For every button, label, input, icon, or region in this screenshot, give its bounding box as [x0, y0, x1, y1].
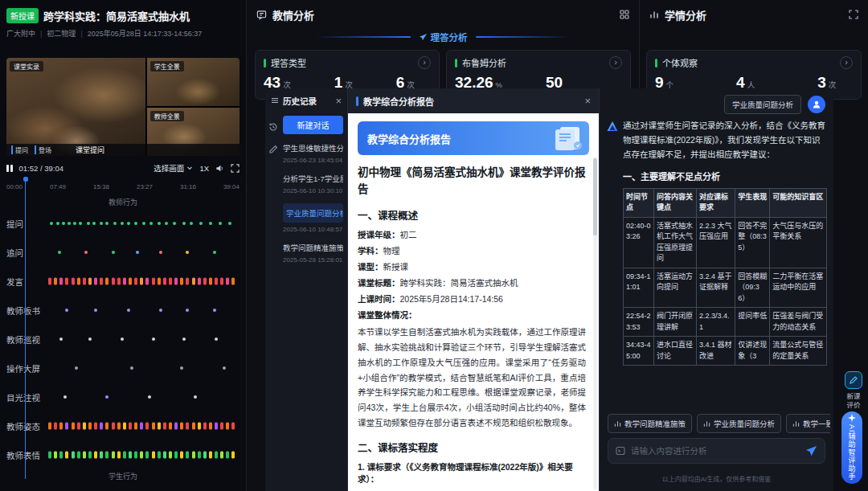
- table-row: 34:43-45:00 进水口直径讨论 3.4.1 器材改进 仅讲述现象（3 流…: [624, 337, 827, 366]
- event-mark[interactable]: 登场: [35, 145, 51, 154]
- history-header: 历史记录 ×: [265, 88, 347, 113]
- document-illustration: [546, 125, 583, 151]
- behavior-track[interactable]: [48, 392, 240, 402]
- report-field: 学科：物理: [358, 244, 586, 256]
- behavior-track-row: 目光注视: [6, 383, 240, 411]
- analytics-icon: [649, 10, 659, 19]
- card-more-button[interactable]: ›: [840, 56, 853, 69]
- meta-divider: |: [40, 30, 42, 38]
- playback-speed-button[interactable]: 1X: [199, 164, 209, 173]
- behavior-track-row: 操作大屏: [6, 354, 240, 383]
- behavior-track[interactable]: [48, 276, 240, 286]
- pause-icon[interactable]: [6, 165, 13, 172]
- lesson-header: 新授课 跨学科实践：简易活塞式抽水机: [6, 8, 240, 23]
- sparkle-icon: [848, 414, 856, 422]
- send-icon[interactable]: [805, 445, 817, 457]
- teaching-panel-header: 教情分析: [247, 0, 639, 29]
- scrollbar-thumb[interactable]: [593, 158, 597, 235]
- new-chat-button[interactable]: 新建对话: [283, 116, 343, 134]
- report-field: 授课年级：初二: [358, 228, 586, 240]
- behavior-label: 教师表情: [6, 449, 48, 461]
- close-icon[interactable]: ×: [584, 96, 591, 106]
- ai-chat-panel: 学业质量问题分析 通过对课堂师生问答记录的深入分析，结合《义务教育物理课程标准(…: [599, 88, 833, 491]
- chat-lines-icon: [256, 10, 267, 20]
- video-player[interactable]: 课堂实录 学生全景 教师全景 提问 登场 课堂提问: [6, 58, 240, 156]
- video-event-strip: 提问 登场 课堂提问: [6, 144, 240, 156]
- student-panel-header: 学情分析: [640, 0, 868, 29]
- lesson-evaluation-button[interactable]: 新课评价: [842, 371, 865, 411]
- volume-icon[interactable]: [215, 164, 224, 173]
- behavior-track-row: 教师姿态: [6, 411, 240, 440]
- card-accent: [264, 59, 266, 68]
- fullscreen-icon[interactable]: [849, 10, 858, 19]
- ai-assistant-button[interactable]: AI辅助智评助手: [841, 411, 862, 484]
- table-header-cell: 对应课标要求: [697, 188, 735, 217]
- history-item[interactable]: 学业质量问题分析 2025-06-10 10:48:57: [283, 203, 343, 233]
- behavior-track[interactable]: [48, 334, 240, 344]
- report-header: 教学综合分析报告 ×: [348, 88, 599, 113]
- video-student-view[interactable]: 学生全景: [147, 58, 240, 106]
- timeline-tick: 39:04: [223, 183, 240, 190]
- event-mark[interactable]: 提问: [11, 145, 28, 154]
- behavior-track[interactable]: [48, 450, 240, 460]
- view-select-dropdown[interactable]: 选择画面: [154, 162, 193, 174]
- standard-requirement: 1. 课标要求（《义务教育物理课程标准(2022年版)》相关要求）：: [358, 460, 586, 485]
- video-main-view[interactable]: 课堂实录: [6, 58, 145, 156]
- report-body[interactable]: 初中物理《简易活塞式抽水机》课堂教学评价报告 一、课程概述 授课年级：初二 学科…: [348, 155, 599, 491]
- card-title: 布鲁姆分析: [462, 56, 506, 69]
- card-more-button[interactable]: ›: [418, 56, 431, 69]
- app-root: 新授课 跨学科实践：简易活塞式抽水机 广大附中 | 初二物理 | 2025年05…: [0, 0, 868, 491]
- history-panel: 历史记录 × 新建对话 学生思维敏捷性分析 2025-06-23 18:45:0…: [265, 88, 348, 491]
- history-item[interactable]: 学生思维敏捷性分析 2025-06-23 18:45:04: [283, 142, 343, 164]
- tab-decor-line: [316, 36, 411, 38]
- quick-action-chip[interactable]: 学业质量问题分析: [697, 414, 781, 433]
- report-field: 课堂标题：跨学科实践：简易活塞式抽水机: [358, 276, 586, 288]
- card-accent: [655, 59, 657, 68]
- tab-response-analysis[interactable]: 理答分析: [419, 31, 468, 43]
- timeline-ruler[interactable]: 00:0007:4915:3823:2731:1639:04: [6, 183, 240, 190]
- left-panel: 新授课 跨学科实践：简易活塞式抽水机 广大附中 | 初二物理 | 2025年05…: [0, 0, 246, 491]
- lesson-datetime: 2025年05月28日 14:17:33-14:56:37: [88, 28, 203, 39]
- layout-grid-icon[interactable]: [620, 10, 629, 19]
- compose-icon[interactable]: [268, 145, 278, 154]
- behavior-track[interactable]: [48, 219, 240, 228]
- grade-subject: 初二物理: [47, 28, 76, 39]
- chat-input[interactable]: [631, 446, 800, 456]
- report-panel: 教学综合分析报告 × 教学综合分析报告 初中物理《简易活塞式抽水机》课堂教学评价…: [348, 88, 599, 491]
- timeline-tick: 00:00: [6, 183, 23, 190]
- knowledge-gap-table: 时间节点问答内容关键点对应课标要求学生表现可能的知识盲区 02:40-03:26…: [623, 188, 827, 366]
- report-banner-title: 教学综合分析报告: [367, 131, 451, 146]
- overview-label: 课堂整体情况：: [358, 309, 586, 321]
- video-side-views: 学生全景 教师全景: [147, 58, 240, 156]
- close-icon[interactable]: ×: [335, 96, 342, 106]
- quick-action-chip[interactable]: 教学问题精准施策: [608, 414, 692, 433]
- timeline-tick: 31:16: [180, 183, 196, 190]
- behavior-track[interactable]: [48, 248, 240, 257]
- card-more-button[interactable]: ›: [609, 56, 622, 69]
- behavior-track[interactable]: [48, 305, 240, 315]
- behavior-track[interactable]: [48, 421, 240, 431]
- plane-icon: [419, 33, 428, 42]
- current-event-label: 课堂提问: [76, 145, 104, 155]
- scrollbar[interactable]: [593, 157, 597, 489]
- fullscreen-icon[interactable]: [231, 164, 240, 173]
- menu-icon[interactable]: [271, 96, 279, 104]
- history-icon[interactable]: [268, 122, 278, 132]
- analysis-topic-badge[interactable]: 学业质量问题分析: [724, 95, 801, 114]
- prompt-icon: [616, 446, 625, 456]
- quick-action-chip[interactable]: 教学一致性: [786, 414, 830, 433]
- table-header-cell: 可能的知识盲区: [770, 188, 827, 217]
- timeline-tick: 07:49: [50, 183, 66, 190]
- panel-title: 教情分析: [272, 7, 314, 23]
- behavior-label: 发言: [6, 276, 48, 288]
- behavior-track[interactable]: [48, 363, 240, 373]
- timeline-playhead[interactable]: [25, 180, 26, 479]
- table-header-cell: 学生表现: [735, 188, 770, 217]
- chart-icon: [703, 420, 710, 428]
- card-title: 理答类型: [271, 56, 306, 69]
- behavior-tracks: 提问 追问 发言 教师板书 教师: [6, 209, 240, 469]
- user-avatar[interactable]: [808, 96, 825, 113]
- history-item[interactable]: 分析学生1-7学业质量 2025-06-10 10:30:10: [283, 173, 343, 194]
- chart-icon: [614, 420, 621, 428]
- history-item[interactable]: 教学问题精准施策 2025-05-28 15:28:01: [283, 242, 343, 264]
